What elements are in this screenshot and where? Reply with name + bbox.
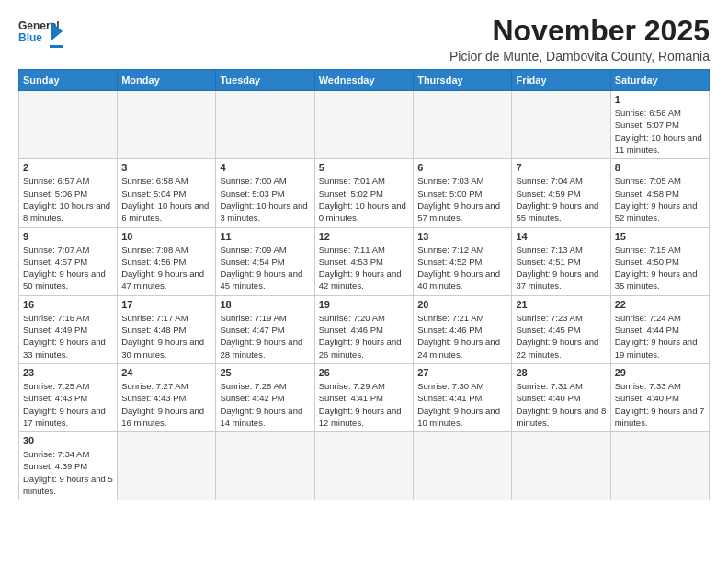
day-info: Sunrise: 7:05 AMSunset: 4:58 PMDaylight:… (615, 175, 705, 224)
day-number: 17 (121, 299, 211, 310)
calendar-cell: 22Sunrise: 7:24 AMSunset: 4:44 PMDayligh… (610, 295, 709, 363)
calendar-cell: 9Sunrise: 7:07 AMSunset: 4:57 PMDaylight… (19, 227, 118, 295)
day-info: Sunrise: 7:17 AMSunset: 4:48 PMDaylight:… (121, 312, 211, 361)
day-info: Sunrise: 6:57 AMSunset: 5:06 PMDaylight:… (23, 175, 113, 224)
calendar-cell (216, 91, 314, 159)
day-info: Sunrise: 7:30 AMSunset: 4:41 PMDaylight:… (417, 380, 507, 429)
calendar-cell: 14Sunrise: 7:13 AMSunset: 4:51 PMDayligh… (512, 227, 610, 295)
header: General Blue November 2025 Picior de Mun… (18, 15, 710, 63)
day-number: 3 (121, 162, 211, 173)
calendar-cell: 18Sunrise: 7:19 AMSunset: 4:47 PMDayligh… (216, 295, 314, 363)
calendar-cell: 3Sunrise: 6:58 AMSunset: 5:04 PMDaylight… (118, 159, 216, 227)
day-number: 18 (220, 299, 310, 310)
calendar-cell: 16Sunrise: 7:16 AMSunset: 4:49 PMDayligh… (19, 295, 118, 363)
day-number: 13 (417, 231, 507, 242)
day-number: 27 (417, 367, 507, 378)
day-number: 28 (516, 367, 606, 378)
day-number: 19 (319, 299, 409, 310)
calendar-cell (512, 91, 610, 159)
title-block: November 2025 Picior de Munte, Dambovita… (449, 15, 710, 63)
calendar-cell (414, 432, 512, 500)
day-info: Sunrise: 7:01 AMSunset: 5:02 PMDaylight:… (319, 175, 409, 224)
day-number: 11 (220, 231, 310, 242)
calendar-cell: 20Sunrise: 7:21 AMSunset: 4:46 PMDayligh… (414, 295, 512, 363)
calendar-cell: 15Sunrise: 7:15 AMSunset: 4:50 PMDayligh… (610, 227, 709, 295)
calendar-table: Sunday Monday Tuesday Wednesday Thursday… (18, 69, 710, 500)
logo: General Blue (18, 15, 63, 50)
day-info: Sunrise: 7:20 AMSunset: 4:46 PMDaylight:… (319, 312, 409, 361)
calendar-cell: 28Sunrise: 7:31 AMSunset: 4:40 PMDayligh… (512, 363, 610, 431)
calendar-cell: 19Sunrise: 7:20 AMSunset: 4:46 PMDayligh… (314, 295, 413, 363)
calendar-cell (414, 91, 512, 159)
day-number: 23 (23, 367, 113, 378)
day-info: Sunrise: 7:33 AMSunset: 4:40 PMDaylight:… (615, 380, 705, 429)
calendar-cell: 17Sunrise: 7:17 AMSunset: 4:48 PMDayligh… (118, 295, 216, 363)
day-info: Sunrise: 7:09 AMSunset: 4:54 PMDaylight:… (220, 244, 310, 293)
svg-rect-3 (50, 45, 63, 48)
day-info: Sunrise: 7:25 AMSunset: 4:43 PMDaylight:… (23, 380, 113, 429)
header-tuesday: Tuesday (216, 70, 314, 91)
day-info: Sunrise: 7:21 AMSunset: 4:46 PMDaylight:… (417, 312, 507, 361)
logo-icon: General Blue (18, 15, 63, 50)
calendar-cell: 30Sunrise: 7:34 AMSunset: 4:39 PMDayligh… (19, 432, 118, 500)
calendar-cell: 26Sunrise: 7:29 AMSunset: 4:41 PMDayligh… (314, 363, 413, 431)
location-subtitle: Picior de Munte, Dambovita County, Roman… (449, 49, 710, 63)
calendar-cell (610, 432, 709, 500)
day-number: 26 (319, 367, 409, 378)
day-info: Sunrise: 7:00 AMSunset: 5:03 PMDaylight:… (220, 175, 310, 224)
svg-text:Blue: Blue (18, 31, 42, 44)
calendar-cell: 6Sunrise: 7:03 AMSunset: 5:00 PMDaylight… (414, 159, 512, 227)
day-number: 30 (23, 435, 113, 446)
day-number: 25 (220, 367, 310, 378)
day-number: 12 (319, 231, 409, 242)
day-info: Sunrise: 6:56 AMSunset: 5:07 PMDaylight:… (615, 107, 705, 155)
day-info: Sunrise: 7:28 AMSunset: 4:42 PMDaylight:… (220, 380, 310, 429)
month-title: November 2025 (449, 15, 710, 47)
calendar-cell (216, 432, 314, 500)
header-sunday: Sunday (19, 70, 118, 91)
header-thursday: Thursday (414, 70, 512, 91)
day-number: 6 (417, 162, 507, 173)
day-info: Sunrise: 7:34 AMSunset: 4:39 PMDaylight:… (23, 448, 113, 497)
day-number: 29 (615, 367, 705, 378)
calendar-week-row: 23Sunrise: 7:25 AMSunset: 4:43 PMDayligh… (19, 363, 710, 431)
day-number: 22 (615, 299, 705, 310)
day-number: 5 (319, 162, 409, 173)
calendar-cell: 12Sunrise: 7:11 AMSunset: 4:53 PMDayligh… (314, 227, 413, 295)
header-wednesday: Wednesday (314, 70, 413, 91)
calendar-cell: 7Sunrise: 7:04 AMSunset: 4:59 PMDaylight… (512, 159, 610, 227)
day-info: Sunrise: 7:07 AMSunset: 4:57 PMDaylight:… (23, 244, 113, 293)
calendar-cell (118, 91, 216, 159)
calendar-week-row: 1Sunrise: 6:56 AMSunset: 5:07 PMDaylight… (19, 91, 710, 159)
day-number: 16 (23, 299, 113, 310)
day-number: 2 (23, 162, 113, 173)
day-info: Sunrise: 7:11 AMSunset: 4:53 PMDaylight:… (319, 244, 409, 293)
day-info: Sunrise: 7:29 AMSunset: 4:41 PMDaylight:… (319, 380, 409, 429)
calendar-week-row: 2Sunrise: 6:57 AMSunset: 5:06 PMDaylight… (19, 159, 710, 227)
day-info: Sunrise: 7:27 AMSunset: 4:43 PMDaylight:… (121, 380, 211, 429)
calendar-cell: 10Sunrise: 7:08 AMSunset: 4:56 PMDayligh… (118, 227, 216, 295)
day-info: Sunrise: 7:13 AMSunset: 4:51 PMDaylight:… (516, 244, 606, 293)
weekday-header-row: Sunday Monday Tuesday Wednesday Thursday… (19, 70, 710, 91)
calendar-week-row: 30Sunrise: 7:34 AMSunset: 4:39 PMDayligh… (19, 432, 710, 500)
day-info: Sunrise: 7:08 AMSunset: 4:56 PMDaylight:… (121, 244, 211, 293)
day-number: 20 (417, 299, 507, 310)
calendar-cell (512, 432, 610, 500)
calendar-cell (19, 91, 118, 159)
day-info: Sunrise: 7:31 AMSunset: 4:40 PMDaylight:… (516, 380, 606, 429)
calendar-cell (314, 91, 413, 159)
day-number: 14 (516, 231, 606, 242)
calendar-cell (314, 432, 413, 500)
day-number: 9 (23, 231, 113, 242)
day-info: Sunrise: 7:23 AMSunset: 4:45 PMDaylight:… (516, 312, 606, 361)
day-number: 15 (615, 231, 705, 242)
day-number: 1 (615, 94, 705, 105)
day-number: 21 (516, 299, 606, 310)
calendar-cell: 24Sunrise: 7:27 AMSunset: 4:43 PMDayligh… (118, 363, 216, 431)
calendar-cell: 25Sunrise: 7:28 AMSunset: 4:42 PMDayligh… (216, 363, 314, 431)
calendar-cell: 13Sunrise: 7:12 AMSunset: 4:52 PMDayligh… (414, 227, 512, 295)
calendar-cell: 5Sunrise: 7:01 AMSunset: 5:02 PMDaylight… (314, 159, 413, 227)
calendar-cell: 27Sunrise: 7:30 AMSunset: 4:41 PMDayligh… (414, 363, 512, 431)
calendar-cell: 8Sunrise: 7:05 AMSunset: 4:58 PMDaylight… (610, 159, 709, 227)
day-info: Sunrise: 7:19 AMSunset: 4:47 PMDaylight:… (220, 312, 310, 361)
